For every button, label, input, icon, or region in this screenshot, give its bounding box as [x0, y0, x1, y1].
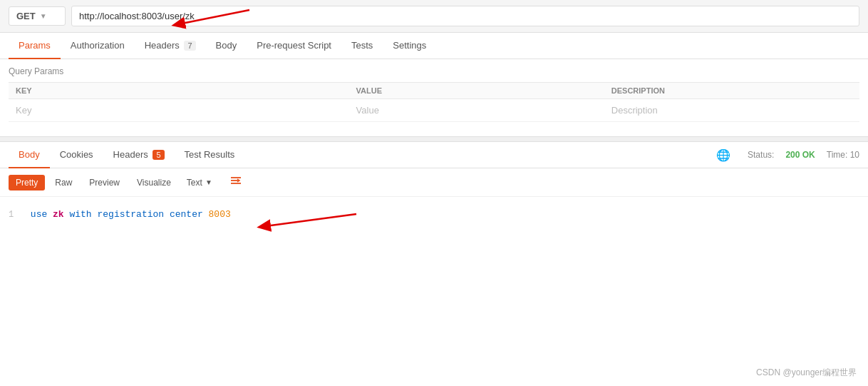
response-header: Body Cookies Headers 5 Test Results 🌐 St… [0, 142, 868, 168]
format-type-dropdown[interactable]: Text ▼ [181, 175, 218, 191]
col-key-header: KEY [9, 83, 349, 99]
query-params-section: Query Params KEY VALUE DESCRIPTION Key V… [0, 59, 868, 122]
method-dropdown[interactable]: GET ▼ [9, 6, 66, 26]
code-line-1: use zk with registration center 8003 [31, 209, 231, 220]
response-body-wrap: 1 use zk with registration center 8003 [0, 197, 868, 283]
format-visualize-btn[interactable]: Visualize [130, 175, 178, 191]
section-divider [0, 136, 868, 142]
col-desc-header: DESCRIPTION [604, 83, 859, 99]
format-preview-btn[interactable]: Preview [82, 175, 127, 191]
tab-pre-request[interactable]: Pre-request Script [247, 33, 341, 59]
tab-authorization[interactable]: Authorization [61, 33, 135, 59]
code-center: center [170, 209, 203, 220]
response-tabs: Body Cookies Headers 5 Test Results [9, 142, 244, 168]
tab-headers[interactable]: Headers 7 [135, 33, 206, 59]
format-pretty-btn[interactable]: Pretty [9, 175, 45, 191]
time-label: Time: 10 [827, 150, 859, 160]
status-label: Status: [748, 150, 774, 160]
col-value-header: VALUE [349, 83, 604, 99]
wrap-icon [229, 176, 242, 187]
method-chevron: ▼ [40, 12, 47, 20]
tab-params[interactable]: Params [9, 33, 61, 59]
params-row-empty: Key Value Description [9, 99, 859, 122]
url-input[interactable] [71, 6, 859, 26]
response-body: 1 use zk with registration center 8003 [0, 197, 868, 283]
format-type-chevron: ▼ [205, 178, 212, 186]
url-bar: GET ▼ [0, 0, 868, 33]
query-params-title: Query Params [9, 66, 859, 76]
format-type-label: Text [187, 178, 202, 188]
wrap-btn[interactable] [224, 173, 248, 192]
response-headers-badge: 5 [153, 150, 164, 160]
code-use: use [31, 209, 47, 220]
params-desc-input[interactable]: Description [604, 99, 859, 122]
headers-badge: 7 [184, 41, 195, 51]
code-registration: registration [98, 209, 165, 220]
tab-settings[interactable]: Settings [383, 33, 436, 59]
method-label: GET [16, 11, 36, 21]
tab-tests[interactable]: Tests [341, 33, 383, 59]
line-number-1: 1 [9, 210, 14, 220]
response-tab-test-results[interactable]: Test Results [175, 142, 245, 168]
response-tab-body[interactable]: Body [9, 142, 50, 168]
format-bar: Pretty Raw Preview Visualize Text ▼ [0, 168, 868, 197]
status-value: 200 OK [785, 150, 815, 160]
code-with: with [69, 209, 91, 220]
response-tab-cookies[interactable]: Cookies [50, 142, 103, 168]
format-raw-btn[interactable]: Raw [48, 175, 79, 191]
globe-icon: 🌐 [716, 148, 730, 162]
tab-body[interactable]: Body [206, 33, 247, 59]
response-section: Body Cookies Headers 5 Test Results 🌐 St… [0, 142, 868, 283]
response-status-bar: 🌐 Status: 200 OK Time: 10 [716, 148, 859, 162]
request-tabs: Params Authorization Headers 7 Body Pre-… [0, 33, 868, 59]
params-value-input[interactable]: Value [349, 99, 604, 122]
response-tab-headers[interactable]: Headers 5 [103, 142, 175, 168]
params-key-input[interactable]: Key [9, 99, 349, 122]
code-num: 8003 [209, 209, 231, 220]
params-table: KEY VALUE DESCRIPTION Key Value Descript… [9, 82, 859, 122]
code-zk: zk [53, 209, 64, 220]
